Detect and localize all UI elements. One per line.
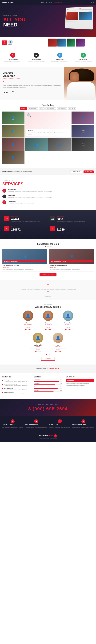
- skill-label-html: HTML/CSS 90%: [34, 379, 62, 380]
- promo-strong: Like this theme?: [3, 171, 13, 172]
- phone-cta-section: INFOMERIADA PRO.COM 8 (000) 695-2694: [0, 399, 96, 416]
- member-role-daniel: MANAGER: [29, 346, 47, 347]
- slide-thumb-3[interactable]: [67, 38, 75, 46]
- gallery-tab-video[interactable]: VIDEO: [39, 108, 45, 110]
- team-member-vincent: 👤 Vincent Ngo DEVELOPER Lorem ipsum dolo…: [59, 310, 77, 330]
- feature-title-customize: Easy Customize: [3, 59, 23, 60]
- nav-home[interactable]: HOME: [41, 2, 44, 3]
- hero-device-screen: [65, 6, 93, 30]
- social-rss[interactable]: rss: [93, 2, 94, 3]
- service-icon-webdesign: 🌐: [3, 189, 6, 193]
- device-line-3: [67, 10, 76, 11]
- device-line-4: [66, 20, 92, 21]
- what-item-3: Lorem ipsum dolor sit amet, consectetur.: [66, 387, 94, 388]
- info-col-whatweare: What we are What we are Lorem ipsum dolo…: [64, 373, 96, 399]
- gallery-item-7[interactable]: 👤: [48, 138, 71, 151]
- gallery-grid: 👥 People Merlada Consectetur adipiscing …: [2, 112, 94, 164]
- info-bullet-3: [2, 388, 3, 389]
- gallery-item-8[interactable]: 📷: [72, 138, 94, 151]
- skill-item-html: HTML/CSS 90%: [34, 379, 62, 382]
- gallery-item-1[interactable]: 👥 People: [2, 112, 24, 124]
- gallery-tab-all[interactable]: VIEW ALL: [20, 108, 27, 110]
- info-item-4: Tempor incididunt Lorem ipsum dolor sit …: [2, 392, 30, 395]
- member-role-vincent: DEVELOPER: [59, 324, 77, 325]
- social-t[interactable]: t: [90, 2, 90, 3]
- service-desc-webdesign: Lorem ipsum dolor sit amet, consectetur …: [8, 191, 53, 193]
- info-item-3: Sed do eiusmod Lorem ipsum dolor sit ame…: [2, 388, 30, 390]
- skill-fill-jq: [34, 388, 58, 388]
- gallery-tab-photo[interactable]: PHOTOGRAPHY: [45, 108, 56, 110]
- what-item-2: Sed do eiusmod tempor incididunt ut labo…: [66, 385, 94, 386]
- service-title-purecode: Pure Code: [8, 194, 53, 196]
- footer-icon-portfolio: ▣: [34, 419, 38, 423]
- slide-info: 👤 Snoobia: [8, 40, 13, 45]
- slide-thumb-4[interactable]: [76, 38, 85, 46]
- footer-text-blog: Lorem ipsum dolor sit amet consectetur a…: [49, 427, 71, 430]
- blog-post-img-2: 👤 Just another article from us: [49, 249, 94, 264]
- member-avatar-johndoe: 👤: [23, 310, 33, 321]
- blog-more-button[interactable]: VIEW ALL POST: [39, 274, 57, 276]
- learn-more-button[interactable]: LEARN MORE: [71, 170, 82, 173]
- skill-label-jq: jQuery 85%: [34, 386, 62, 388]
- purchase-button[interactable]: PURCHASE: [83, 170, 93, 173]
- social-g[interactable]: g+: [91, 2, 92, 3]
- features-section: ✎ Easy Customize Lorem ipsum dolor sit a…: [0, 48, 96, 67]
- quote-mark-close: ": [5, 290, 91, 295]
- member-stars-johndoe: ★★★★★: [19, 329, 37, 330]
- what-box-title: What we are: [67, 380, 93, 381]
- skill-item-jq: jQuery 85%: [34, 386, 62, 388]
- gallery-item-5[interactable]: 👤: [2, 138, 24, 151]
- gallery-item-3[interactable]: 👥: [2, 125, 24, 138]
- blog-post-title-2: Just another article from us: [50, 265, 93, 266]
- team-nav-dot-1[interactable]: [46, 354, 47, 355]
- gallery-item-6[interactable]: 👥: [25, 138, 48, 151]
- gallery-tab-dev[interactable]: DEVELOPMENT: [28, 108, 38, 110]
- slide-author: Snoobia: [8, 44, 13, 45]
- member-desc-jennifer: Lorem ipsum dolor sit amet consectetur a…: [39, 325, 57, 328]
- slide-date-box: Jan 05: [2, 40, 7, 44]
- slide-thumb-1[interactable]: ›: [48, 38, 57, 46]
- blog-nav-dot-1[interactable]: [45, 246, 46, 247]
- more-team-button[interactable]: MORE TEAM: [41, 357, 55, 360]
- team-member-mia: 👤 Mia DESIGNER Lorem ipsum dolor sit ame…: [49, 333, 67, 352]
- nav-contact[interactable]: CONTACT US: [55, 2, 62, 3]
- gallery-tab-web[interactable]: WEB MEDIA: [68, 108, 76, 110]
- footer-col-title-portfolio: Our Portfolio: [25, 424, 47, 426]
- blog-nav-dot-2[interactable]: [47, 246, 49, 247]
- nav-pro[interactable]: PRO: [45, 2, 48, 3]
- footer-col-about: ◎ About Company Lorem ipsum dolor sit am…: [2, 419, 24, 430]
- skill-name-jq: jQuery: [34, 386, 37, 388]
- social-f[interactable]: f: [89, 2, 89, 3]
- footer-col-features: ★ Theme Features Lorem ipsum dolor sit a…: [72, 419, 94, 430]
- phone-number: 8 (000) 695-2694: [3, 406, 93, 412]
- stat-projects: 💻 Projects Made 3658 Consectetur adipisc…: [48, 214, 93, 224]
- gallery-item-featured[interactable]: Merlada Consectetur adipiscing elit, qui…: [25, 112, 71, 138]
- skill-name-wp: WordPress: [34, 383, 39, 384]
- about-section: About company About company subtitle 👤 J…: [0, 300, 96, 364]
- stat-label-comments: Comments: [11, 226, 40, 227]
- team-info: Jennifer Anderson MANAGER PRODUCER " Lor…: [0, 67, 64, 100]
- gallery-section: Our Gallery VIEW ALL DEVELOPMENT VIDEO P…: [0, 100, 96, 168]
- gallery-tab-prog[interactable]: PROGRAMMING: [57, 108, 67, 110]
- purchase-link[interactable]: ThemeForest: [49, 368, 59, 370]
- gallery-item-4[interactable]: 📸: [72, 125, 94, 138]
- gallery-overlay-desc: Consectetur adipiscing elit, quis nostru…: [28, 132, 68, 135]
- slide-thumb-2[interactable]: [57, 38, 66, 46]
- nav-blog[interactable]: BLOG ▾: [49, 2, 53, 3]
- info-col-skills: Our Skills HTML/CSS 90% WordPress 75% jQ…: [32, 373, 64, 399]
- feature-icon-support: ◎: [81, 52, 86, 58]
- team-nav-arrow[interactable]: ›: [62, 82, 62, 85]
- team-desc: Lorem ipsum dolor sit amet, consectetur …: [3, 85, 61, 88]
- feature-desc-support: Lorem ipsum dolor sit amet consectetur: [73, 61, 93, 62]
- stat-desc-projects: Consectetur adipiscing elit quis nostrud…: [57, 221, 85, 222]
- gallery-item-2[interactable]: 👤: [72, 112, 94, 124]
- team-nav-dot-3[interactable]: [49, 354, 50, 355]
- member-role-mia: DESIGNER: [49, 346, 67, 347]
- hero-title: ALL YOUNEED: [3, 17, 25, 27]
- blog-nav-dot-3[interactable]: [50, 246, 51, 247]
- gallery-overlay: Merlada Consectetur adipiscing elit, qui…: [26, 129, 70, 136]
- team-member-daniel: 👤 Daniel Willis MANAGER Lorem ipsum dolo…: [29, 333, 47, 352]
- team-nav-dot-2[interactable]: [47, 354, 49, 355]
- blog-post-img-1: 👥 But con diu from your love: [2, 249, 47, 264]
- gallery-item-9[interactable]: 👤: [2, 151, 24, 164]
